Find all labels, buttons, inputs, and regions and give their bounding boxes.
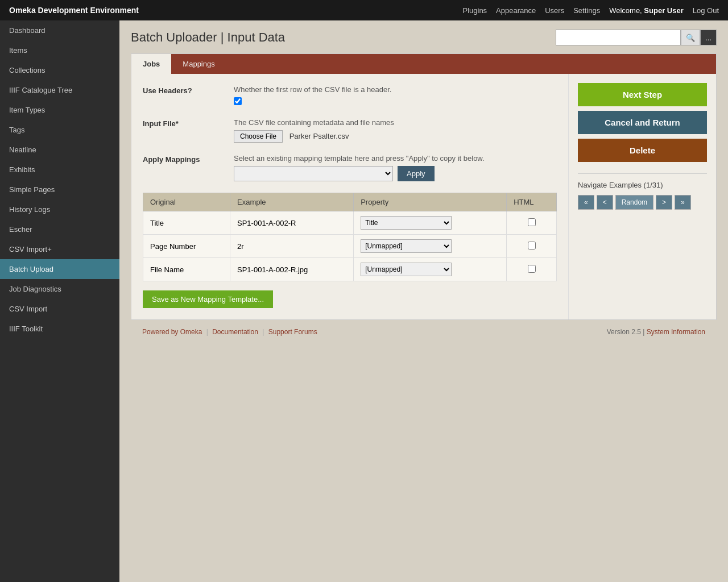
sidebar-item-iiif-catalogue-tree[interactable]: IIIF Catalogue Tree (0, 80, 119, 100)
page-header: Batch Uploader | Input Data 🔍 ... (131, 30, 717, 45)
sidebar-item-item-types[interactable]: Item Types (0, 100, 119, 120)
top-nav: Omeka Development Environment Plugins Ap… (0, 0, 728, 20)
property-select-0[interactable]: Title[Unmapped] (361, 216, 452, 230)
sidebar-item-neatline[interactable]: Neatline (0, 140, 119, 160)
cell-original-2: File Name (143, 258, 230, 281)
cell-original-1: Page Number (143, 235, 230, 258)
nav-users[interactable]: Users (545, 6, 564, 15)
input-file-label: Input File* (143, 118, 234, 128)
property-select-2[interactable]: Title[Unmapped] (361, 263, 452, 276)
welcome-text: Welcome, Super User (609, 6, 684, 15)
logout-link[interactable]: Log Out (693, 6, 719, 15)
documentation-link[interactable]: Documentation (212, 328, 258, 336)
sidebar-item-tags[interactable]: Tags (0, 120, 119, 140)
page-last-button[interactable]: » (675, 195, 691, 210)
form-section: Use Headers? Whether the first row of th… (131, 74, 568, 319)
col-example: Example (230, 193, 354, 211)
mapping-table: Original Example Property HTML TitleSP1-… (143, 193, 557, 281)
sidebar-item-csv-import[interactable]: CSV Import (0, 299, 119, 319)
input-file-row: Input File* The CSV file containing meta… (143, 118, 557, 143)
tab-jobs[interactable]: Jobs (131, 54, 171, 74)
col-property: Property (354, 193, 507, 211)
cell-example-0: SP1-001-A-002-R (230, 211, 354, 235)
html-checkbox-2[interactable] (528, 265, 536, 273)
page-title: Batch Uploader | Input Data (131, 30, 285, 45)
nav-links: Plugins Appearance Users Settings Welcom… (462, 6, 719, 15)
table-row: Page Number2rTitle[Unmapped] (143, 235, 557, 258)
support-forums-link[interactable]: Support Forums (268, 328, 317, 336)
apply-mapping-button[interactable]: Apply (398, 166, 435, 181)
sidebar-item-simple-pages[interactable]: Simple Pages (0, 180, 119, 199)
search-extra-button[interactable]: ... (700, 30, 717, 45)
system-info-link[interactable]: System Information (647, 328, 705, 336)
property-select-1[interactable]: Title[Unmapped] (361, 239, 452, 253)
page-prev-button[interactable]: < (597, 195, 613, 210)
footer-left: Powered by Omeka | Documentation | Suppo… (142, 328, 317, 336)
content-box: Jobs Mappings Use Headers? Whether the f… (131, 53, 717, 320)
file-name-display: Parker Psalter.csv (289, 132, 349, 140)
app-title: Omeka Development Environment (9, 6, 139, 15)
col-original: Original (143, 193, 230, 211)
content-inner: Use Headers? Whether the first row of th… (131, 74, 716, 319)
mapping-template-select[interactable] (234, 166, 393, 181)
save-mapping-template-button[interactable]: Save as New Mapping Template... (143, 290, 273, 308)
tabs: Jobs Mappings (131, 54, 716, 74)
use-headers-desc: Whether the first row of the CSV file is… (234, 85, 557, 94)
sidebar-item-batch-upload[interactable]: Batch Upload (0, 259, 119, 279)
col-html: HTML (507, 193, 557, 211)
cell-property-1: Title[Unmapped] (354, 235, 507, 258)
side-panel: Next Step Cancel and Return Delete Navig… (568, 74, 716, 319)
sidebar-item-csv-import-plus[interactable]: CSV Import+ (0, 239, 119, 259)
cell-example-1: 2r (230, 235, 354, 258)
footer-right: Version 2.5 | System Information (607, 328, 705, 336)
sidebar-item-dashboard[interactable]: Dashboard (0, 20, 119, 40)
cell-example-2: SP1-001-A-002-R.jpg (230, 258, 354, 281)
html-checkbox-0[interactable] (528, 218, 536, 226)
cell-html-0 (507, 211, 557, 235)
page-first-button[interactable]: « (578, 195, 594, 210)
sidebar: DashboardItemsCollectionsIIIF Catalogue … (0, 20, 119, 582)
cell-html-1 (507, 235, 557, 258)
nav-plugins[interactable]: Plugins (462, 6, 487, 15)
file-chooser-row: Choose File Parker Psalter.csv (234, 130, 557, 143)
cell-property-2: Title[Unmapped] (354, 258, 507, 281)
cell-original-0: Title (143, 211, 230, 235)
use-headers-field: Whether the first row of the CSV file is… (234, 85, 557, 107)
apply-mappings-desc: Select an existing mapping template here… (234, 154, 557, 163)
sidebar-item-exhibits[interactable]: Exhibits (0, 160, 119, 180)
pagination: « < Random > » (578, 195, 707, 210)
sidebar-item-job-diagnostics[interactable]: Job Diagnostics (0, 279, 119, 299)
next-step-button[interactable]: Next Step (578, 83, 707, 106)
html-checkbox-1[interactable] (528, 242, 536, 250)
sidebar-item-escher[interactable]: Escher (0, 219, 119, 239)
cell-html-2 (507, 258, 557, 281)
sidebar-item-items[interactable]: Items (0, 40, 119, 60)
cell-property-0: Title[Unmapped] (354, 211, 507, 235)
page-random-button[interactable]: Random (615, 195, 653, 210)
footer: Powered by Omeka | Documentation | Suppo… (131, 320, 717, 338)
apply-mappings-label: Apply Mappings (143, 154, 234, 164)
delete-button[interactable]: Delete (578, 139, 707, 162)
input-file-desc: The CSV file containing metadata and fil… (234, 118, 557, 127)
sidebar-item-history-logs[interactable]: History Logs (0, 199, 119, 219)
divider (578, 173, 707, 174)
search-bar: 🔍 ... (556, 30, 717, 45)
nav-appearance[interactable]: Appearance (496, 6, 536, 15)
page-next-button[interactable]: > (656, 195, 672, 210)
sidebar-item-iiif-toolkit[interactable]: IIIF Toolkit (0, 319, 119, 339)
table-row: File NameSP1-001-A-002-R.jpgTitle[Unmapp… (143, 258, 557, 281)
cancel-return-button[interactable]: Cancel and Return (578, 111, 707, 134)
main-content: Batch Uploader | Input Data 🔍 ... Jobs M… (119, 20, 728, 582)
nav-settings[interactable]: Settings (573, 6, 600, 15)
choose-file-button[interactable]: Choose File (234, 130, 283, 143)
tab-mappings[interactable]: Mappings (171, 54, 226, 74)
sidebar-item-collections[interactable]: Collections (0, 60, 119, 80)
navigate-examples-label: Navigate Examples (1/31) (578, 181, 707, 189)
search-input[interactable] (556, 30, 681, 45)
use-headers-checkbox[interactable] (234, 97, 242, 105)
powered-by-link[interactable]: Powered by Omeka (142, 328, 202, 336)
input-file-field: The CSV file containing metadata and fil… (234, 118, 557, 143)
search-button[interactable]: 🔍 (681, 30, 700, 45)
use-headers-label: Use Headers? (143, 85, 234, 95)
apply-mappings-field: Select an existing mapping template here… (234, 154, 557, 181)
